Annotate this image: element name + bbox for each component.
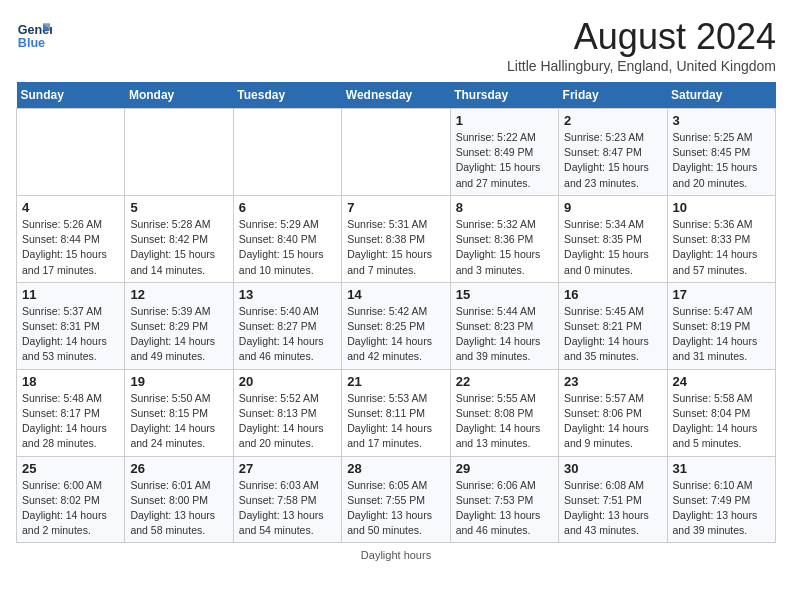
title-block: August 2024 Little Hallingbury, England,…	[507, 16, 776, 74]
calendar-cell: 3Sunrise: 5:25 AM Sunset: 8:45 PM Daylig…	[667, 109, 775, 196]
day-number: 28	[347, 461, 444, 476]
day-info: Sunrise: 5:32 AM Sunset: 8:36 PM Dayligh…	[456, 217, 553, 278]
calendar-cell: 15Sunrise: 5:44 AM Sunset: 8:23 PM Dayli…	[450, 282, 558, 369]
day-number: 21	[347, 374, 444, 389]
day-info: Sunrise: 5:50 AM Sunset: 8:15 PM Dayligh…	[130, 391, 227, 452]
calendar-cell: 12Sunrise: 5:39 AM Sunset: 8:29 PM Dayli…	[125, 282, 233, 369]
calendar-cell: 26Sunrise: 6:01 AM Sunset: 8:00 PM Dayli…	[125, 456, 233, 543]
footer-label: Daylight hours	[16, 549, 776, 561]
day-number: 12	[130, 287, 227, 302]
calendar-cell: 31Sunrise: 6:10 AM Sunset: 7:49 PM Dayli…	[667, 456, 775, 543]
calendar-cell	[342, 109, 450, 196]
column-header-thursday: Thursday	[450, 82, 558, 109]
calendar-cell: 28Sunrise: 6:05 AM Sunset: 7:55 PM Dayli…	[342, 456, 450, 543]
day-number: 20	[239, 374, 336, 389]
calendar-cell: 29Sunrise: 6:06 AM Sunset: 7:53 PM Dayli…	[450, 456, 558, 543]
calendar-cell: 30Sunrise: 6:08 AM Sunset: 7:51 PM Dayli…	[559, 456, 667, 543]
day-number: 26	[130, 461, 227, 476]
day-number: 18	[22, 374, 119, 389]
calendar-cell: 1Sunrise: 5:22 AM Sunset: 8:49 PM Daylig…	[450, 109, 558, 196]
calendar-week-row: 4Sunrise: 5:26 AM Sunset: 8:44 PM Daylig…	[17, 195, 776, 282]
day-info: Sunrise: 5:39 AM Sunset: 8:29 PM Dayligh…	[130, 304, 227, 365]
day-number: 31	[673, 461, 770, 476]
calendar-week-row: 11Sunrise: 5:37 AM Sunset: 8:31 PM Dayli…	[17, 282, 776, 369]
day-number: 9	[564, 200, 661, 215]
day-info: Sunrise: 5:57 AM Sunset: 8:06 PM Dayligh…	[564, 391, 661, 452]
day-info: Sunrise: 5:55 AM Sunset: 8:08 PM Dayligh…	[456, 391, 553, 452]
calendar-week-row: 25Sunrise: 6:00 AM Sunset: 8:02 PM Dayli…	[17, 456, 776, 543]
day-number: 17	[673, 287, 770, 302]
calendar-cell: 18Sunrise: 5:48 AM Sunset: 8:17 PM Dayli…	[17, 369, 125, 456]
day-number: 10	[673, 200, 770, 215]
day-number: 4	[22, 200, 119, 215]
calendar-cell: 6Sunrise: 5:29 AM Sunset: 8:40 PM Daylig…	[233, 195, 341, 282]
day-number: 11	[22, 287, 119, 302]
calendar-cell: 7Sunrise: 5:31 AM Sunset: 8:38 PM Daylig…	[342, 195, 450, 282]
calendar-cell: 14Sunrise: 5:42 AM Sunset: 8:25 PM Dayli…	[342, 282, 450, 369]
day-number: 19	[130, 374, 227, 389]
day-info: Sunrise: 5:37 AM Sunset: 8:31 PM Dayligh…	[22, 304, 119, 365]
day-number: 1	[456, 113, 553, 128]
day-number: 27	[239, 461, 336, 476]
calendar-cell: 11Sunrise: 5:37 AM Sunset: 8:31 PM Dayli…	[17, 282, 125, 369]
day-number: 2	[564, 113, 661, 128]
day-number: 3	[673, 113, 770, 128]
calendar-cell: 25Sunrise: 6:00 AM Sunset: 8:02 PM Dayli…	[17, 456, 125, 543]
day-number: 16	[564, 287, 661, 302]
calendar-cell: 5Sunrise: 5:28 AM Sunset: 8:42 PM Daylig…	[125, 195, 233, 282]
day-info: Sunrise: 5:23 AM Sunset: 8:47 PM Dayligh…	[564, 130, 661, 191]
calendar-cell: 4Sunrise: 5:26 AM Sunset: 8:44 PM Daylig…	[17, 195, 125, 282]
day-number: 14	[347, 287, 444, 302]
day-info: Sunrise: 5:52 AM Sunset: 8:13 PM Dayligh…	[239, 391, 336, 452]
day-info: Sunrise: 5:31 AM Sunset: 8:38 PM Dayligh…	[347, 217, 444, 278]
day-number: 5	[130, 200, 227, 215]
calendar-cell: 21Sunrise: 5:53 AM Sunset: 8:11 PM Dayli…	[342, 369, 450, 456]
day-info: Sunrise: 5:34 AM Sunset: 8:35 PM Dayligh…	[564, 217, 661, 278]
day-number: 24	[673, 374, 770, 389]
day-info: Sunrise: 5:45 AM Sunset: 8:21 PM Dayligh…	[564, 304, 661, 365]
calendar-cell: 19Sunrise: 5:50 AM Sunset: 8:15 PM Dayli…	[125, 369, 233, 456]
day-number: 6	[239, 200, 336, 215]
day-number: 8	[456, 200, 553, 215]
day-number: 25	[22, 461, 119, 476]
day-info: Sunrise: 6:00 AM Sunset: 8:02 PM Dayligh…	[22, 478, 119, 539]
day-info: Sunrise: 5:22 AM Sunset: 8:49 PM Dayligh…	[456, 130, 553, 191]
column-header-monday: Monday	[125, 82, 233, 109]
day-info: Sunrise: 5:58 AM Sunset: 8:04 PM Dayligh…	[673, 391, 770, 452]
day-number: 15	[456, 287, 553, 302]
logo: General Blue	[16, 16, 52, 52]
day-info: Sunrise: 6:03 AM Sunset: 7:58 PM Dayligh…	[239, 478, 336, 539]
day-info: Sunrise: 5:48 AM Sunset: 8:17 PM Dayligh…	[22, 391, 119, 452]
column-header-sunday: Sunday	[17, 82, 125, 109]
logo-icon: General Blue	[16, 16, 52, 52]
day-info: Sunrise: 5:44 AM Sunset: 8:23 PM Dayligh…	[456, 304, 553, 365]
day-number: 29	[456, 461, 553, 476]
calendar-cell: 8Sunrise: 5:32 AM Sunset: 8:36 PM Daylig…	[450, 195, 558, 282]
column-header-tuesday: Tuesday	[233, 82, 341, 109]
calendar-cell: 17Sunrise: 5:47 AM Sunset: 8:19 PM Dayli…	[667, 282, 775, 369]
calendar-cell	[125, 109, 233, 196]
calendar-cell: 23Sunrise: 5:57 AM Sunset: 8:06 PM Dayli…	[559, 369, 667, 456]
calendar-week-row: 18Sunrise: 5:48 AM Sunset: 8:17 PM Dayli…	[17, 369, 776, 456]
day-info: Sunrise: 5:36 AM Sunset: 8:33 PM Dayligh…	[673, 217, 770, 278]
svg-text:Blue: Blue	[18, 36, 45, 50]
calendar-cell: 13Sunrise: 5:40 AM Sunset: 8:27 PM Dayli…	[233, 282, 341, 369]
day-info: Sunrise: 6:05 AM Sunset: 7:55 PM Dayligh…	[347, 478, 444, 539]
day-info: Sunrise: 6:06 AM Sunset: 7:53 PM Dayligh…	[456, 478, 553, 539]
day-info: Sunrise: 5:47 AM Sunset: 8:19 PM Dayligh…	[673, 304, 770, 365]
column-header-saturday: Saturday	[667, 82, 775, 109]
day-info: Sunrise: 5:29 AM Sunset: 8:40 PM Dayligh…	[239, 217, 336, 278]
calendar-cell: 24Sunrise: 5:58 AM Sunset: 8:04 PM Dayli…	[667, 369, 775, 456]
calendar-cell	[17, 109, 125, 196]
calendar-table: SundayMondayTuesdayWednesdayThursdayFrid…	[16, 82, 776, 543]
day-info: Sunrise: 6:10 AM Sunset: 7:49 PM Dayligh…	[673, 478, 770, 539]
day-info: Sunrise: 5:26 AM Sunset: 8:44 PM Dayligh…	[22, 217, 119, 278]
day-number: 23	[564, 374, 661, 389]
calendar-header-row: SundayMondayTuesdayWednesdayThursdayFrid…	[17, 82, 776, 109]
calendar-cell: 10Sunrise: 5:36 AM Sunset: 8:33 PM Dayli…	[667, 195, 775, 282]
calendar-cell: 2Sunrise: 5:23 AM Sunset: 8:47 PM Daylig…	[559, 109, 667, 196]
day-info: Sunrise: 5:25 AM Sunset: 8:45 PM Dayligh…	[673, 130, 770, 191]
day-info: Sunrise: 5:40 AM Sunset: 8:27 PM Dayligh…	[239, 304, 336, 365]
month-title: August 2024	[507, 16, 776, 58]
calendar-cell: 22Sunrise: 5:55 AM Sunset: 8:08 PM Dayli…	[450, 369, 558, 456]
